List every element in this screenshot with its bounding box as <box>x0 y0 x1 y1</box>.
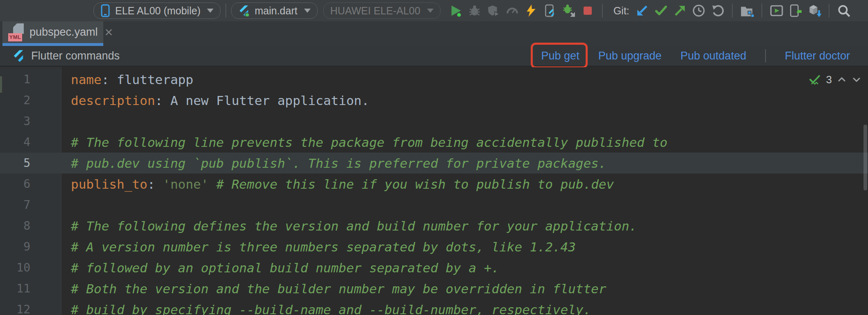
code-line[interactable]: 8# The following defines the version and… <box>0 215 868 236</box>
profiler-icon <box>503 2 522 20</box>
line-number: 6 <box>0 177 30 191</box>
editor-tab-bar: YML pubspec.yaml ✕ <box>0 21 868 46</box>
line-number: 5 <box>0 156 30 170</box>
toolbar-divider <box>602 4 603 18</box>
line-number: 11 <box>0 282 30 295</box>
hot-reload-icon[interactable] <box>522 2 541 20</box>
target-device-selector[interactable]: HUAWEI ELE-AL00 <box>323 2 441 19</box>
next-highlight-icon[interactable] <box>852 75 861 84</box>
line-number: 12 <box>0 303 30 315</box>
close-icon[interactable]: ✕ <box>105 27 114 38</box>
vertical-scrollbar[interactable] <box>863 125 867 190</box>
code-line[interactable]: 6publish_to: 'none' # Remove this line i… <box>0 173 868 194</box>
flutter-icon <box>12 50 25 62</box>
chevron-down-icon <box>304 9 311 13</box>
chevron-down-icon <box>207 9 214 13</box>
prev-highlight-icon[interactable] <box>837 75 847 84</box>
line-number: 1 <box>0 73 30 86</box>
code-line[interactable]: 3 <box>0 111 868 132</box>
code-text: # The following line prevents the packag… <box>71 135 668 150</box>
code-line[interactable]: 1name: flutterapp <box>0 69 868 90</box>
stop-icon[interactable] <box>578 2 597 20</box>
pub-get-link[interactable]: Pub get <box>541 50 579 62</box>
code-lines: 1name: flutterapp2description: A new Flu… <box>0 69 868 315</box>
line-number: 2 <box>0 94 30 107</box>
run-config-label: main.dart <box>254 5 297 17</box>
code-text: publish_to: 'none' # Remove this line if… <box>71 177 614 192</box>
inspections-ok-icon[interactable] <box>808 73 821 86</box>
pub-outdated-link[interactable]: Pub outdated <box>680 50 746 62</box>
flutter-icon <box>238 5 250 16</box>
phone-icon <box>100 4 110 17</box>
yaml-file-icon: YML <box>8 23 24 41</box>
update-project-icon[interactable] <box>633 2 652 20</box>
hot-restart-icon[interactable] <box>541 2 559 20</box>
flutter-doctor-link[interactable]: Flutter doctor <box>785 50 850 62</box>
push-icon[interactable] <box>670 2 689 20</box>
code-text: # pub.dev using `pub publish`. This is p… <box>71 156 606 171</box>
active-tab-indicator <box>2 43 103 46</box>
code-line[interactable]: 9# A version number is three numbers sep… <box>0 236 868 257</box>
avd-manager-icon[interactable] <box>786 2 805 20</box>
target-device-label: HUAWEI ELE-AL00 <box>330 5 420 17</box>
tab-title: pubspec.yaml <box>30 26 98 39</box>
toolbar-divider <box>761 4 762 18</box>
code-text: # build by specifying --build-name and -… <box>71 302 591 315</box>
code-line[interactable]: 7 <box>0 194 868 215</box>
code-text: description: A new Flutter application. <box>71 93 369 108</box>
code-line[interactable]: 11# Both the version and the builder num… <box>0 278 868 299</box>
commit-icon[interactable] <box>652 2 670 20</box>
code-text: # followed by an optional build number s… <box>71 260 499 275</box>
code-line[interactable]: 10# followed by an optional build number… <box>0 257 868 278</box>
line-number: 4 <box>0 135 30 149</box>
git-label: Git: <box>614 5 629 17</box>
pub-upgrade-link[interactable]: Pub upgrade <box>598 50 662 62</box>
commands-bar-title: Flutter commands <box>31 50 120 62</box>
line-number: 8 <box>0 219 30 233</box>
code-line[interactable]: 2description: A new Flutter application. <box>0 90 868 111</box>
device-selector[interactable]: ELE AL00 (mobile) <box>93 2 220 19</box>
flutter-commands-bar: Flutter commands Pub get Pub upgrade Pub… <box>0 46 868 66</box>
device-selector-label: ELE AL00 (mobile) <box>115 5 200 17</box>
profile-icon <box>484 2 503 20</box>
code-text: name: flutterapp <box>71 72 193 87</box>
toolbar-divider <box>732 4 733 18</box>
toolbar-divider <box>225 4 226 18</box>
main-toolbar: ELE AL00 (mobile) main.dart HUAWEI ELE-A… <box>0 0 868 21</box>
line-number: 10 <box>0 261 30 274</box>
code-line[interactable]: 5# pub.dev using `pub publish`. This is … <box>0 153 868 173</box>
history-icon[interactable] <box>689 2 708 20</box>
debug-icon <box>465 2 484 20</box>
attach-debugger-icon[interactable] <box>559 2 578 20</box>
project-structure-icon[interactable] <box>738 2 757 20</box>
chevron-down-icon <box>427 9 434 13</box>
code-editor[interactable]: 1name: flutterapp2description: A new Flu… <box>0 67 868 315</box>
code-line[interactable]: 4# The following line prevents the packa… <box>0 132 868 153</box>
run-icon[interactable] <box>446 2 465 20</box>
code-text: # A version number is three numbers sepa… <box>71 240 576 254</box>
code-text: # Both the version and the builder numbe… <box>71 281 606 296</box>
toolbar-divider <box>829 4 829 18</box>
search-icon[interactable] <box>834 2 853 20</box>
commands-divider <box>765 49 766 62</box>
sdk-manager-icon[interactable] <box>805 2 824 20</box>
inspections-widget: 3 <box>808 73 861 86</box>
code-line[interactable]: 12# build by specifying --build-name and… <box>0 299 868 315</box>
line-number: 9 <box>0 240 30 253</box>
run-config-selector[interactable]: main.dart <box>231 2 317 19</box>
code-text: # The following defines the version and … <box>71 219 637 233</box>
inspections-count: 3 <box>826 73 832 86</box>
rollback-icon[interactable] <box>708 2 727 20</box>
device-manager-icon[interactable] <box>767 2 786 20</box>
line-number: 7 <box>0 198 30 212</box>
tab-pubspec-yaml[interactable]: YML pubspec.yaml ✕ <box>2 21 103 43</box>
line-number: 3 <box>0 114 30 128</box>
